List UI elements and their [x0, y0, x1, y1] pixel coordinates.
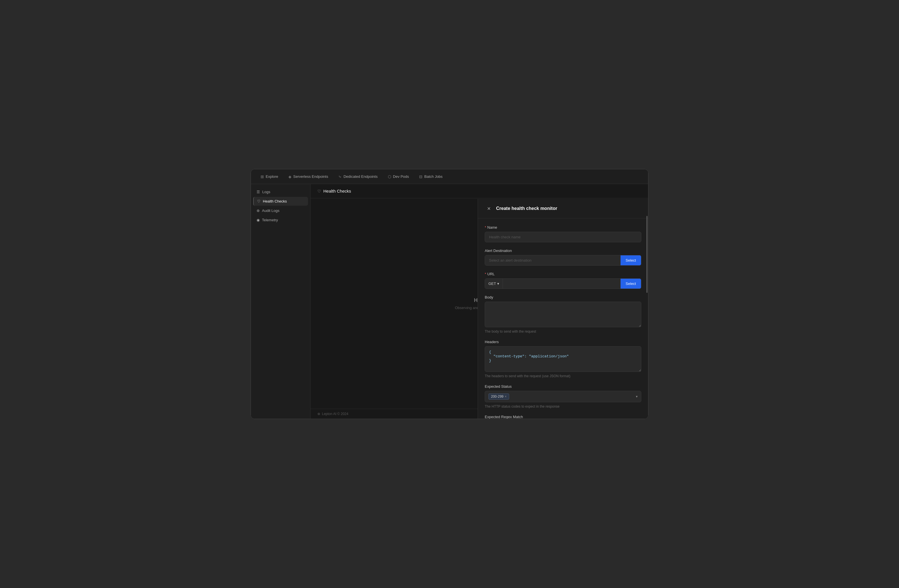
alert-destination-field-group: Alert Destination Select: [485, 248, 641, 265]
nav-devpods[interactable]: ⬡ Dev Pods: [384, 173, 413, 181]
scrollbar-thumb[interactable]: [646, 216, 647, 293]
sidebar-healthchecks-label: Health Checks: [263, 199, 287, 204]
url-select-button[interactable]: Select: [621, 279, 641, 289]
alert-destination-input-row: Select: [485, 255, 641, 265]
logs-icon: ☰: [256, 190, 260, 194]
close-icon: ✕: [487, 206, 491, 211]
telemetry-icon: ◉: [256, 218, 260, 222]
status-tag-close-icon[interactable]: ×: [505, 395, 507, 398]
sidebar-item-telemetry[interactable]: ◉ Telemetry: [253, 216, 308, 224]
alert-destination-label: Alert Destination: [485, 248, 641, 253]
expected-status-row[interactable]: 200-299 × ▾: [485, 391, 641, 402]
sidebar: ☰ Logs ♡ Health Checks ⊛ Audit Logs ◉ Te…: [251, 184, 310, 419]
nav-explore[interactable]: ⊞ Explore: [256, 173, 282, 181]
panel-close-button[interactable]: ✕: [485, 205, 493, 213]
headers-textarea[interactable]: { "content-type": "application/json" }: [485, 346, 641, 372]
headers-field-group: Headers { "content-type": "application/j…: [485, 340, 641, 378]
sidebar-item-healthchecks[interactable]: ♡ Health Checks: [253, 197, 308, 206]
sidebar-telemetry-label: Telemetry: [262, 218, 278, 222]
sidebar-item-logs[interactable]: ☰ Logs: [253, 187, 308, 196]
expected-status-hint: The HTTP status codes to expect in the r…: [485, 404, 641, 409]
url-input-row: GET ▾ Select: [485, 278, 641, 289]
sidebar-auditlogs-label: Audit Logs: [262, 208, 279, 213]
top-nav: ⊞ Explore ◈ Serverless Endpoints ⤷ Dedic…: [251, 169, 648, 184]
name-field-group: *Name: [485, 225, 641, 242]
nav-batchjobs[interactable]: ⊟ Batch Jobs: [415, 173, 446, 181]
url-input[interactable]: [503, 279, 621, 289]
status-tag-200-299: 200-299 ×: [488, 394, 509, 400]
expected-regex-label: Expected Regex Match: [485, 415, 641, 419]
nav-dedicated-label: Dedicated Endpoints: [343, 174, 378, 179]
healthchecks-sidebar-icon: ♡: [257, 199, 261, 204]
content-header-title: Health Checks: [323, 188, 351, 193]
expected-status-chevron-icon: ▾: [636, 395, 638, 398]
headers-hint: The headers to send with the request (us…: [485, 374, 641, 378]
method-chevron-icon: ▾: [497, 281, 499, 286]
expected-status-label: Expected Status: [485, 384, 641, 389]
expected-regex-field-group: Expected Regex Match The regex pattern t…: [485, 415, 641, 419]
batchjobs-icon: ⊟: [419, 174, 423, 179]
status-tag-value: 200-299: [491, 395, 504, 398]
body-textarea[interactable]: [485, 302, 641, 327]
panel-title: Create health check monitor: [496, 206, 557, 211]
nav-batchjobs-label: Batch Jobs: [424, 174, 442, 179]
devpods-icon: ⬡: [388, 174, 391, 179]
serverless-icon: ◈: [288, 174, 292, 179]
footer-text: Lepton AI © 2024: [322, 412, 348, 416]
panel-header: ✕ Create health check monitor: [478, 199, 648, 218]
alert-destination-select-button[interactable]: Select: [621, 255, 641, 265]
alert-destination-input[interactable]: [485, 255, 621, 265]
url-required-marker: *: [485, 272, 486, 276]
expected-status-field-group: Expected Status 200-299 × ▾ The HTTP sta…: [485, 384, 641, 409]
body-label: Body: [485, 295, 641, 299]
content-header-icon: ♡: [317, 189, 321, 193]
nav-dedicated[interactable]: ⤷ Dedicated Endpoints: [334, 173, 382, 181]
nav-explore-label: Explore: [266, 174, 278, 179]
name-label: *Name: [485, 225, 641, 230]
body-field-group: Body The body to send with the request: [485, 295, 641, 333]
brand-icon: ⊕: [317, 412, 320, 416]
url-field-group: *URL GET ▾ Select: [485, 272, 641, 289]
nav-devpods-label: Dev Pods: [393, 174, 409, 179]
nav-serverless[interactable]: ◈ Serverless Endpoints: [284, 173, 332, 181]
headers-label: Headers: [485, 340, 641, 344]
auditlogs-icon: ⊛: [256, 208, 260, 213]
create-health-check-panel: ✕ Create health check monitor *Name Aler…: [477, 199, 648, 419]
explore-icon: ⊞: [261, 174, 264, 179]
name-input[interactable]: [485, 232, 641, 242]
panel-body: *Name Alert Destination Select *URL: [478, 218, 648, 419]
dedicated-icon: ⤷: [338, 174, 342, 179]
url-label: *URL: [485, 272, 641, 276]
nav-serverless-label: Serverless Endpoints: [293, 174, 328, 179]
body-hint: The body to send with the request: [485, 330, 641, 333]
sidebar-item-auditlogs[interactable]: ⊛ Audit Logs: [253, 206, 308, 215]
name-required-marker: *: [485, 225, 486, 230]
method-select[interactable]: GET ▾: [485, 279, 503, 289]
content-header: ♡ Health Checks: [310, 184, 648, 198]
sidebar-logs-label: Logs: [262, 190, 270, 194]
method-label: GET: [488, 281, 496, 286]
